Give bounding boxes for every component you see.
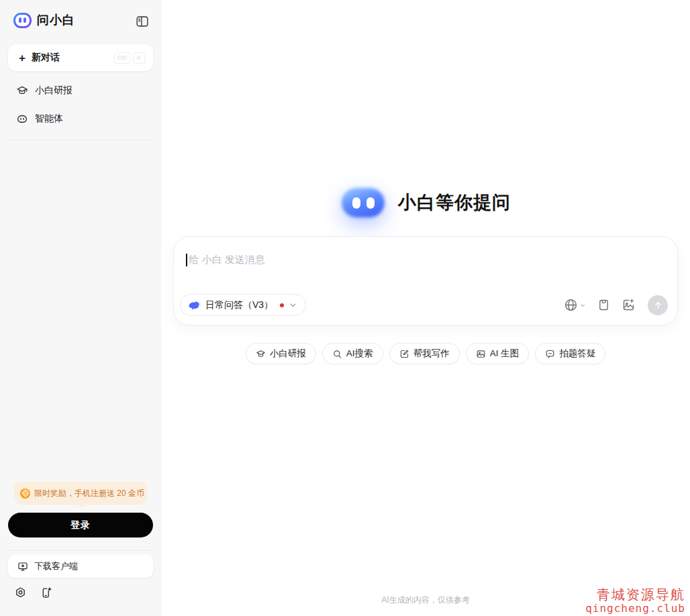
chip-label: AI 生图: [490, 348, 520, 360]
model-selector[interactable]: 日常问答（V3）: [180, 294, 306, 316]
whale-icon: [188, 300, 201, 310]
quick-actions: 小白研报 AI搜索 帮我写作: [161, 343, 690, 364]
watermark-line2: qingcheng.club: [585, 603, 685, 615]
edit-icon: [399, 349, 409, 359]
promo-text: 限时奖励，手机注册送 20 金币: [34, 488, 144, 499]
image-icon: [476, 349, 486, 359]
download-client-button[interactable]: 下载客户端: [8, 554, 153, 578]
mascot-icon: [340, 185, 386, 220]
chip-label: AI搜索: [346, 348, 373, 360]
coin-icon: [20, 489, 30, 499]
sidebar: 问小白 + 新对话 Ctrl K 小白研报: [0, 0, 161, 616]
model-label: 日常问答（V3）: [205, 299, 273, 311]
robot-face-icon: [16, 113, 28, 125]
sidebar-toggle-icon[interactable]: [135, 14, 150, 29]
message-input[interactable]: 给 小白 发送消息: [186, 252, 665, 268]
main-area: 小白等你提问 给 小白 发送消息 日常问答（V3）: [161, 0, 690, 616]
chip-label: 小白研报: [270, 348, 306, 360]
plus-icon: +: [19, 52, 26, 64]
sidebar-item-label: 智能体: [35, 113, 63, 125]
chip-research[interactable]: 小白研报: [246, 343, 316, 364]
image-upload-icon[interactable]: [622, 298, 636, 312]
kbd-k: K: [133, 52, 145, 64]
sidebar-item-agents[interactable]: 智能体: [8, 107, 153, 131]
watermark: 青城资源导航 qingcheng.club: [585, 587, 685, 615]
graduation-cap-icon: [16, 85, 28, 97]
sidebar-divider: [8, 140, 153, 140]
globe-icon: [564, 298, 578, 312]
web-search-toggle[interactable]: [564, 298, 586, 312]
monitor-download-icon: [17, 561, 28, 572]
brand: 问小白: [13, 12, 75, 28]
new-chat-label: 新对话: [32, 52, 60, 64]
sidebar-item-research[interactable]: 小白研报: [8, 79, 153, 103]
app-name: 问小白: [37, 12, 75, 28]
mobile-app-icon[interactable]: [40, 586, 53, 599]
chip-photo-qa[interactable]: 拍题答疑: [535, 343, 605, 364]
chat-answer-icon: [545, 349, 555, 359]
download-client-label: 下载客户端: [34, 560, 78, 572]
input-placeholder: 给 小白 发送消息: [189, 254, 265, 266]
promo-banner[interactable]: 限时奖励，手机注册送 20 金币: [14, 482, 147, 505]
chip-ai-search[interactable]: AI搜索: [322, 343, 383, 364]
new-chat-button[interactable]: + 新对话 Ctrl K: [8, 44, 153, 71]
chip-label: 帮我写作: [413, 348, 450, 360]
login-button[interactable]: 登录: [8, 513, 153, 537]
search-icon: [332, 349, 342, 359]
watermark-line1: 青城资源导航: [585, 587, 685, 603]
sidebar-item-label: 小白研报: [35, 85, 72, 97]
keyboard-shortcut: Ctrl K: [114, 52, 145, 64]
graduation-cap-icon: [256, 349, 266, 359]
red-status-dot: [280, 303, 284, 307]
kbd-ctrl: Ctrl: [114, 52, 130, 64]
chevron-down-icon: [579, 302, 586, 309]
chip-writing[interactable]: 帮我写作: [389, 343, 460, 364]
settings-gear-icon[interactable]: [14, 586, 27, 599]
chip-ai-image[interactable]: AI 生图: [466, 343, 530, 364]
text-caret: [186, 254, 187, 266]
send-button[interactable]: [648, 295, 668, 315]
chevron-down-icon: [289, 301, 297, 309]
hero: 小白等你提问: [161, 185, 690, 220]
chip-label: 拍题答疑: [559, 348, 595, 360]
page-title: 小白等你提问: [398, 191, 511, 215]
sidebar-divider: [8, 550, 153, 551]
composer: 给 小白 发送消息 日常问答（V3）: [173, 236, 678, 325]
arrow-up-icon: [653, 300, 663, 310]
app-logo-icon: [13, 13, 32, 28]
attach-file-icon[interactable]: [597, 298, 611, 312]
